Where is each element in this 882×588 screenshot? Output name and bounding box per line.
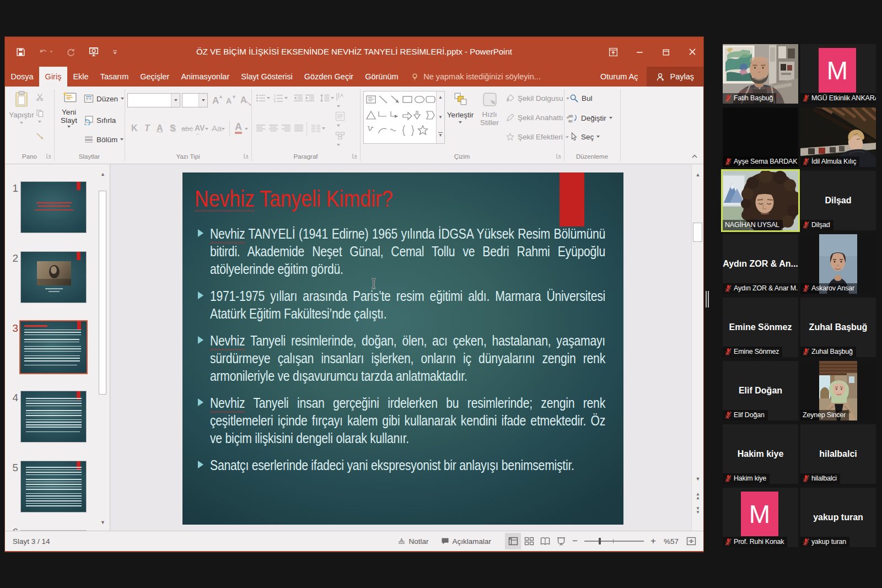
zoom-slider-thumb[interactable] <box>599 538 601 544</box>
drawing-dialog-launcher[interactable] <box>556 153 562 159</box>
collapse-ribbon-icon[interactable] <box>691 154 698 158</box>
participant-tile-idil-almula-kilic[interactable]: İdil Almula Kılıç <box>800 107 876 167</box>
text-shadow-button[interactable]: S <box>170 123 176 133</box>
slide-sorter-view-button[interactable] <box>521 533 537 549</box>
next-slide-icon[interactable]: ▼▼ <box>693 503 703 517</box>
undo-icon[interactable] <box>39 47 53 57</box>
convert-smartart-icon[interactable] <box>335 131 345 149</box>
tab-dosya[interactable]: Dosya <box>5 67 39 87</box>
underline-button[interactable]: A <box>157 123 163 133</box>
slide-title[interactable]: Nevhiz Tanyeli Kimdir? <box>195 186 392 212</box>
shapes-scroll-up-icon[interactable]: ▲ <box>438 95 443 100</box>
start-slideshow-icon[interactable] <box>89 47 99 57</box>
sign-in-button[interactable]: Oturum Aç <box>591 67 647 87</box>
section-button[interactable]: Bölüm <box>84 134 123 144</box>
align-right-icon[interactable] <box>281 124 291 133</box>
participant-tile-nagihan-uysal[interactable]: NAGİHAN UYSAL <box>723 171 798 230</box>
participant-tile-fatih-basbug[interactable]: Fatih Başbuğ <box>723 44 798 104</box>
participant-tile-ayse-sema-bardak[interactable]: Ayşe Sema BARDAK <box>723 107 798 167</box>
participant-tile-askarov-ansar[interactable]: Askarov Ansar <box>800 234 876 294</box>
participant-tile-dilsad[interactable]: Dilşad Dilşad <box>800 171 876 230</box>
slide-thumbnail-2[interactable] <box>20 251 87 303</box>
reading-view-button[interactable] <box>537 533 553 549</box>
thumbnail-scroll-thumb[interactable] <box>99 191 106 395</box>
justify-icon[interactable] <box>294 124 304 133</box>
shape-fill-button[interactable]: Şekil Dolgusu <box>505 94 569 103</box>
tab-tasarim[interactable]: Tasarım <box>94 67 135 87</box>
fit-to-window-button[interactable] <box>683 533 699 549</box>
shape-outline-button[interactable]: Şekil Anahattı <box>505 113 569 122</box>
font-dialog-launcher[interactable] <box>244 153 249 159</box>
decrease-indent-icon[interactable] <box>293 94 303 103</box>
strikethrough-button[interactable]: abc <box>181 125 193 133</box>
zoom-level[interactable]: %57 <box>659 537 683 546</box>
participant-tile-zuhal-basbug[interactable]: Zuhal Başbuğ Zuhal Başbuğ <box>800 298 876 357</box>
participant-tile-emine-sonmez[interactable]: Emine Sönmez Emine Sönmez <box>723 298 798 357</box>
shapes-gallery[interactable]: ▲ ▼ ▼ <box>363 91 445 144</box>
replace-button[interactable]: Değiştir <box>568 113 612 123</box>
redo-icon[interactable] <box>66 47 76 57</box>
previous-slide-icon[interactable]: ▲▲ <box>693 489 703 503</box>
arrange-button[interactable]: Yerleştir <box>447 92 474 123</box>
select-button[interactable]: Seç <box>569 132 600 141</box>
zoom-slider[interactable] <box>584 541 644 542</box>
share-button[interactable]: Paylaş <box>647 67 703 87</box>
bullet-list-icon[interactable] <box>256 94 266 103</box>
gallery-drag-handle[interactable] <box>706 291 707 308</box>
participant-tile-ruhi-konak[interactable]: M Prof. Ruhi Konak <box>723 488 798 547</box>
shrink-font-button[interactable]: A <box>226 96 232 105</box>
thumbnail-scroll-down-icon[interactable]: ▼ <box>99 516 107 529</box>
shapes-more-icon[interactable]: ▼ <box>438 132 443 138</box>
slideshow-view-button[interactable] <box>553 533 569 549</box>
tab-giris[interactable]: Giriş <box>39 67 67 87</box>
comments-button[interactable]: Açıklamalar <box>435 531 498 552</box>
participant-tile-zeynep-sincer[interactable]: Zeynep Sincer <box>800 361 876 420</box>
align-left-icon[interactable] <box>256 124 266 133</box>
slide-body-text[interactable]: Nevhiz TANYELİ (1941 Edirne) 1965 yılınd… <box>198 225 605 483</box>
scroll-thumb[interactable] <box>693 223 702 242</box>
paragraph-dialog-launcher[interactable] <box>352 153 358 159</box>
numbered-list-icon[interactable] <box>273 94 283 103</box>
participant-tile-aydin-zor[interactable]: Aydın ZOR & An... Aydın ZOR & Anar M... <box>723 234 798 294</box>
slide-thumbnail-5[interactable] <box>20 461 87 513</box>
shape-effects-button[interactable]: Şekil Efektleri <box>505 132 569 142</box>
zoom-out-button[interactable]: − <box>569 536 581 547</box>
find-button[interactable]: Bul <box>569 94 593 103</box>
normal-view-button[interactable] <box>505 533 521 549</box>
italic-button[interactable]: T <box>144 123 150 133</box>
maximize-icon[interactable] <box>659 44 673 60</box>
tab-gecisler[interactable]: Geçişler <box>135 67 175 87</box>
participant-tile-hilalbalci[interactable]: hilalbalci hilalbalci <box>800 424 876 484</box>
participant-tile-elif-dogan[interactable]: Elif Doğan Elif Doğan <box>723 361 798 420</box>
layout-button[interactable]: Düzen <box>84 94 124 104</box>
ribbon-display-options-icon[interactable] <box>606 44 620 60</box>
tell-me-box[interactable]: Ne yapmak istediğinizi söyleyin... <box>411 67 541 87</box>
paste-button[interactable]: Yapıştır <box>7 91 36 124</box>
columns-icon[interactable] <box>311 124 321 133</box>
participant-tile-hakim-kiye[interactable]: Hakim kiye Hakim kiye <box>723 424 798 484</box>
zoom-in-button[interactable]: + <box>647 536 659 547</box>
new-slide-button[interactable]: Yeni Slayt <box>55 91 83 128</box>
minimize-icon[interactable] <box>633 44 646 60</box>
line-spacing-icon[interactable] <box>320 94 330 103</box>
save-icon[interactable] <box>16 47 25 57</box>
align-center-icon[interactable] <box>268 124 278 133</box>
change-case-button[interactable]: Aa <box>212 123 222 133</box>
font-size-combobox[interactable] <box>182 93 208 107</box>
notes-button[interactable]: Notlar <box>391 531 435 552</box>
tab-animasyonlar[interactable]: Animasyonlar <box>175 67 235 87</box>
shapes-scroll-down-icon[interactable]: ▼ <box>438 115 443 120</box>
quick-styles-button[interactable]: Hızlı Stiller <box>477 92 502 127</box>
thumbnail-scroll-up-icon[interactable]: ▲ <box>99 168 107 181</box>
clipboard-dialog-launcher[interactable] <box>46 153 52 159</box>
close-icon[interactable] <box>686 44 699 60</box>
slide-thumbnail-1[interactable] <box>20 181 87 233</box>
font-color-button[interactable]: A <box>235 122 242 134</box>
copy-icon[interactable] <box>36 109 44 126</box>
scroll-down-icon[interactable]: ▼ <box>693 472 703 486</box>
reset-button[interactable]: Sıfırla <box>84 115 116 125</box>
slide-thumbnail-4[interactable] <box>20 391 87 443</box>
format-painter-icon[interactable] <box>36 132 44 140</box>
participant-tile-yakup-turan[interactable]: yakup turan yakup turan <box>800 488 876 547</box>
slide-thumbnail-3[interactable] <box>20 321 87 373</box>
